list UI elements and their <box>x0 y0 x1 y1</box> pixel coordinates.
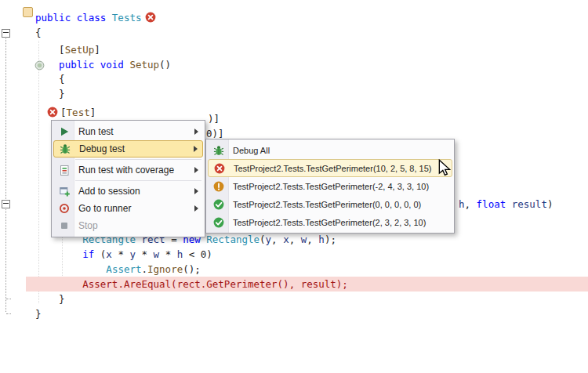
menu-item-label: Run test with coverage <box>78 165 188 176</box>
test-failed-icon <box>145 12 156 23</box>
menu-item-label: Debug All <box>233 146 448 155</box>
submenu-arrow-icon <box>194 129 198 135</box>
menu-item-debug-test[interactable]: Debug test <box>53 140 203 158</box>
test-context-menu: Run testDebug testRun test with coverage… <box>51 120 205 237</box>
code-token: Rectangle <box>206 234 260 245</box>
debug-bug-icon <box>213 145 224 156</box>
code-token: public void <box>59 59 129 71</box>
code-token: Setup <box>129 59 159 71</box>
test-passed-icon <box>213 199 224 210</box>
menu-item-label: TestProject2.Tests.TestGetPerimeter(2, 3… <box>233 218 448 227</box>
mouse-cursor <box>438 159 451 177</box>
menu-item-go-to-runner[interactable]: Go to runner <box>52 200 205 217</box>
code-token: Test <box>67 107 90 118</box>
code-token: * <box>112 248 130 260</box>
menu-item-label: Debug test <box>79 143 187 154</box>
code-line: { <box>59 71 65 86</box>
code-line: { <box>35 25 42 40</box>
menu-item-label: TestProject2.Tests.TestGetPerimeter(10, … <box>234 164 447 173</box>
code-token: } <box>35 308 42 320</box>
menu-item-add-to-session[interactable]: Add to session <box>52 183 205 200</box>
code-token: x <box>106 248 112 260</box>
code-token: ( <box>260 234 266 245</box>
gutter-marker-icon <box>23 7 33 17</box>
menu-item-label: Add to session <box>78 186 188 197</box>
bug-icon <box>57 143 73 154</box>
runner-icon <box>56 203 72 214</box>
code-token: w <box>154 248 160 260</box>
code-token: float <box>477 198 506 210</box>
code-token: ); <box>325 234 336 245</box>
code-token: , <box>271 234 283 245</box>
code-token: y <box>129 248 136 260</box>
code-token: Tests <box>112 12 142 24</box>
test-failed-icon <box>212 163 227 174</box>
code-token: public class <box>35 12 112 24</box>
submenu-arrow-icon <box>194 146 198 152</box>
run-icon <box>56 126 72 137</box>
menu-item-label: Run test <box>78 126 188 137</box>
unit-test-gutter-icon[interactable] <box>34 60 45 74</box>
code-line: } <box>59 292 65 306</box>
code-line: } <box>59 86 65 101</box>
code-token: , <box>289 234 301 245</box>
code-token: [ <box>60 107 67 118</box>
submenu-item-testproject2-tests-testgetperimeter-10-2-5-8-15[interactable]: TestProject2.Tests.TestGetPerimeter(10, … <box>208 159 452 177</box>
test-failed-icon <box>214 163 225 174</box>
test-inconclusive-icon <box>211 181 227 192</box>
submenu-arrow-icon <box>194 167 198 173</box>
code-token: Assert.AreEqual(rect.GetPerimeter(), res… <box>82 278 348 290</box>
menu-separator <box>75 159 201 160</box>
code-token: } <box>59 88 65 100</box>
code-line: public void Setup() <box>59 57 171 72</box>
code-token: x <box>283 234 289 245</box>
add-session-icon <box>59 186 70 197</box>
code-token: () <box>159 59 171 71</box>
fold-end-tick <box>6 313 11 314</box>
code-token <box>506 198 512 210</box>
fold-end-tick <box>6 299 11 299</box>
test-passed-icon <box>211 217 227 228</box>
menu-item-run-test-with-coverage[interactable]: Run test with coverage <box>52 161 205 179</box>
code-token: h <box>318 234 325 245</box>
code-token: Ignore <box>147 263 183 275</box>
code-token: * <box>136 248 154 260</box>
code-line: public class Tests <box>35 10 156 25</box>
submenu-item-testproject2-tests-testgetperimeter-2-4-3-3-10[interactable]: TestProject2.Tests.TestGetPerimeter(-2, … <box>206 177 454 195</box>
menu-item-label: TestProject2.Tests.TestGetPerimeter(0, 0… <box>233 200 448 209</box>
menu-item-run-test[interactable]: Run test <box>52 123 205 140</box>
fold-guide-line <box>5 37 6 312</box>
code-line: Assert.Ignore(); <box>106 262 200 277</box>
run-test-icon <box>59 126 70 137</box>
go-to-runner-icon <box>59 203 70 214</box>
coverage-icon <box>56 165 72 176</box>
debug-bug-icon <box>60 143 71 154</box>
code-token: { <box>35 27 42 38</box>
coverage-icon <box>59 165 70 176</box>
fold-collapse-button[interactable] <box>2 200 10 208</box>
test-inconclusive-icon <box>213 181 224 192</box>
bug-icon <box>211 145 227 156</box>
submenu-item-testproject2-tests-testgetperimeter-2-3-2-3-10[interactable]: TestProject2.Tests.TestGetPerimeter(2, 3… <box>206 213 454 231</box>
code-token: . <box>142 263 148 275</box>
menu-item-label: TestProject2.Tests.TestGetPerimeter(-2, … <box>233 182 448 191</box>
code-token: < 0) <box>183 248 212 260</box>
code-line: } <box>35 306 42 321</box>
code-token: 0)] <box>206 128 224 139</box>
code-line: if (x * y * w * h < 0) <box>82 247 212 262</box>
code-fragment: h, float result) <box>459 197 553 212</box>
submenu-item-testproject2-tests-testgetperimeter-0-0-0-0-0[interactable]: TestProject2.Tests.TestGetPerimeter(0, 0… <box>206 195 454 213</box>
code-line: Assert.AreEqual(rect.GetPerimeter(), res… <box>82 277 348 292</box>
menu-item-label: Go to runner <box>78 203 188 214</box>
code-token: { <box>59 73 65 85</box>
code-token: * <box>159 248 177 260</box>
add-session-icon <box>56 186 72 197</box>
code-token: [ <box>59 44 65 56</box>
submenu-item-debug-all[interactable]: Debug All <box>206 141 454 159</box>
code-token: (); <box>183 263 201 275</box>
submenu-arrow-icon <box>194 205 198 212</box>
code-token: h <box>459 198 465 210</box>
code-line: [Test] <box>47 105 96 120</box>
test-failed-icon <box>145 12 156 27</box>
fold-collapse-button[interactable] <box>2 29 10 38</box>
